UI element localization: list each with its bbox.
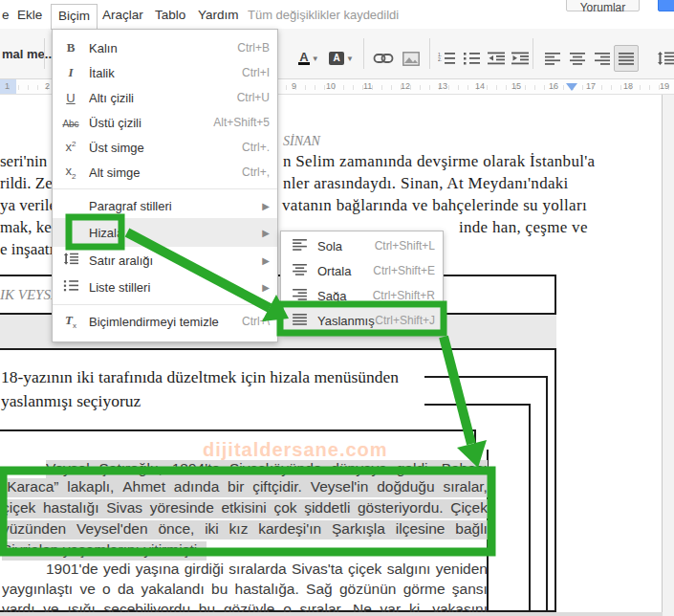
doc-text-fragment: rildi. Zel: [0, 174, 53, 193]
bullet-list-icon: [463, 52, 480, 65]
clear-formatting-icon: Tx: [53, 313, 89, 330]
menu-item-tablo[interactable]: Tablo: [155, 8, 185, 22]
format-menu: B Kalın Ctrl+B I İtalik Ctrl+I U Altı çi…: [52, 29, 278, 342]
menu-row-italik[interactable]: I İtalik Ctrl+I: [53, 60, 277, 85]
align-justify-icon: [619, 53, 634, 65]
doc-text-fragment: ya verile: [0, 196, 53, 215]
menu-row-paragraf-stilleri[interactable]: Paragraf stilleri ▶: [53, 193, 277, 218]
nested-border: [529, 404, 531, 611]
superscript-icon: x2: [53, 140, 89, 154]
highlight-color-button[interactable]: A▼: [325, 45, 358, 72]
align-submenu: Sola Ctrl+Shift+L Ortala Ctrl+Shift+E Sa…: [280, 231, 444, 336]
outdent-button[interactable]: [484, 45, 509, 72]
align-center-icon: [570, 53, 585, 65]
doc-text-fragment: seri'nin: [0, 152, 53, 171]
selected-paragraph-line: “Karaca”lakaplı,Ahmetadındabirçiftçidir.…: [2, 478, 488, 497]
toolbar-divider: [533, 38, 533, 69]
list-styles-icon: [53, 279, 89, 295]
toolbar-divider: [44, 38, 45, 69]
bullet-list-button[interactable]: [459, 45, 484, 72]
selected-paragraph-line: çiçekhastalığıSivasyöresindeetkisiniçokş…: [2, 499, 488, 518]
bold-icon: B: [53, 40, 89, 55]
insert-link-button[interactable]: [371, 45, 396, 72]
align-left-icon: [545, 53, 560, 65]
caption-line: 18-yazının iki tarafınıda düzeltmek için…: [1, 367, 399, 387]
outdent-icon: [488, 52, 505, 65]
line-spacing-icon: [657, 52, 674, 65]
align-right-icon: [595, 53, 610, 65]
menu-row-alt-simge[interactable]: x2 Alt simge Ctrl+,: [53, 160, 277, 185]
menu-item-fragment[interactable]: e: [2, 8, 10, 22]
watermark: dijitaldersane.com: [203, 439, 388, 461]
indent-button[interactable]: [508, 45, 533, 72]
insert-image-button[interactable]: [399, 45, 424, 72]
nested-border: [474, 429, 476, 454]
doc-heading-sinan: SİNAN: [283, 134, 320, 149]
menu-item-bicim[interactable]: Biçim: [51, 4, 98, 30]
doc-heading-veysel-fragment: IK VEYSE: [0, 287, 53, 303]
toolbar-divider: [363, 38, 364, 69]
paragraph-style-selector[interactable]: mal me...: [2, 47, 55, 61]
submenu-row-saga[interactable]: Sağa Ctrl+Shift+R: [281, 283, 443, 308]
text-color-button[interactable]: A▼: [293, 45, 325, 72]
doc-text-line: nler arasındaydı. Sinan, At Meydanı'ndak…: [283, 174, 569, 193]
align-right-button[interactable]: [590, 45, 615, 72]
doc-text-line: inde han, çeşme ve: [459, 218, 588, 237]
caption-line: yaslanmışı seçiyoruz: [1, 391, 141, 411]
numbered-list-icon: 1. 2.: [438, 52, 455, 65]
ruler-number: 12: [401, 81, 410, 91]
toolbar-divider: [429, 38, 430, 69]
submenu-row-yaslanmis[interactable]: Yaslanmış Ctrl+Shift+J: [281, 308, 443, 333]
highlight-color-icon: A: [329, 52, 344, 65]
page-side-gutter: [663, 95, 674, 616]
submenu-row-sola[interactable]: Sola Ctrl+Shift+L: [281, 233, 443, 258]
italic-icon: I: [53, 65, 89, 80]
menu-row-hizala[interactable]: Hizala ▶: [53, 218, 277, 247]
ruler-number: 19: [660, 81, 669, 91]
submenu-row-ortala[interactable]: Ortala Ctrl+Shift+E: [281, 258, 443, 283]
nested-border: [424, 376, 548, 378]
google-docs-window: SİNAN n Selim zamanında devşirme olarak …: [0, 0, 674, 616]
ruler-number: 11: [363, 81, 372, 91]
align-justify-button[interactable]: [614, 45, 639, 72]
menu-item-yardim[interactable]: Yardım: [198, 8, 239, 22]
align-center-button[interactable]: [565, 45, 590, 72]
share-button[interactable]: [658, 0, 674, 11]
doc-text-fragment: e inşaatı: [0, 240, 53, 259]
doc-text-line: n Selim zamanında devşirme olarak İstanb…: [283, 152, 595, 171]
menu-item-araclar[interactable]: Araçlar: [102, 8, 143, 22]
insert-image-icon: [402, 52, 420, 66]
menu-row-satir-araligi[interactable]: Satır aralığı ▶: [53, 247, 277, 274]
ruler-number: 17: [586, 81, 596, 91]
align-justify-icon: [281, 314, 317, 328]
menu-row-ust-simge[interactable]: x2 Üst simge Ctrl+.: [53, 135, 277, 160]
menu-row-bicimlendirmeyi-temizle[interactable]: Tx Biçimlendirmeyi temizle Ctrl+\: [53, 309, 277, 334]
subscript-icon: x2: [53, 164, 89, 181]
submenu-arrow-icon: ▶: [262, 255, 270, 266]
menu-separator: [53, 188, 277, 189]
align-left-button[interactable]: [540, 45, 565, 72]
submenu-arrow-icon: ▶: [262, 228, 270, 238]
numbered-list-button[interactable]: 1. 2.: [434, 45, 459, 72]
paragraph-line: yaygınlaştıveodayakalandıbuhastalığa.Sağ…: [2, 581, 488, 600]
menu-row-ustu-cizili[interactable]: Abc Üstü çizili Alt+Shift+5: [53, 110, 277, 135]
insert-link-icon: [373, 51, 394, 66]
nested-border: [424, 404, 531, 406]
ruler-number: 18: [623, 81, 633, 91]
menu-row-alti-cizili[interactable]: U Altı çizili Ctrl+U: [53, 85, 277, 110]
indent-marker[interactable]: [566, 83, 577, 91]
ruler-number: 13: [438, 81, 447, 91]
strikethrough-icon: Abc: [53, 116, 89, 130]
svg-text:2.: 2.: [438, 56, 442, 62]
menu-item-ekle[interactable]: Ekle: [17, 8, 42, 22]
line-spacing-icon: [53, 253, 89, 268]
menu-row-kalin[interactable]: B Kalın Ctrl+B: [53, 35, 277, 60]
text-color-icon: A: [298, 53, 309, 65]
menu-row-liste-stilleri[interactable]: Liste stilleri ▶: [53, 274, 277, 300]
comments-button[interactable]: Yorumlar: [566, 0, 640, 11]
ruler-number: 15: [511, 81, 521, 91]
line-spacing-button[interactable]: ▼: [654, 45, 674, 72]
chevron-down-icon: ▼: [312, 55, 319, 63]
selected-paragraph-line: yüzündenVeysel'denönce,ikikızkardeşi'ınŞ…: [2, 520, 488, 539]
align-left-icon: [281, 239, 317, 253]
